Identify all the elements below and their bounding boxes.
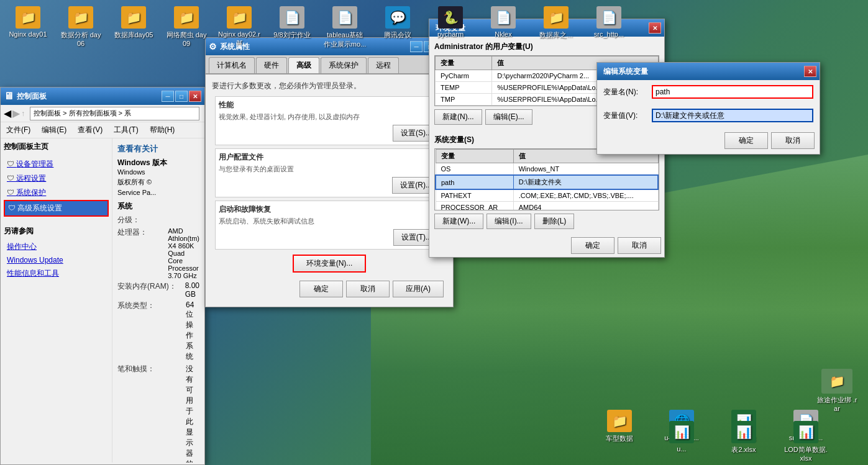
edit-var-cancel-btn[interactable]: 取消 bbox=[771, 132, 815, 149]
edit-system-variable-window: 编辑系统变量 ✕ 变量名(N): 变量值(V): 确定 取消 bbox=[596, 62, 820, 155]
sidebar-item-action-center[interactable]: 操作中心 bbox=[4, 240, 109, 254]
menu-tools[interactable]: 工具(T) bbox=[111, 124, 140, 137]
system-properties-window: ⚙ 系统属性 ─ □ ✕ 计算机名 硬件 高级 系统保护 远程 要进行大多数更改… bbox=[205, 37, 454, 307]
file-icon: 📄 bbox=[596, 6, 621, 29]
tab-hardware[interactable]: 硬件 bbox=[256, 57, 287, 73]
spec-row-ram: 安装内存(RAM)： 8.00 GB bbox=[117, 281, 199, 299]
desktop-icon-db[interactable]: 📁 数据库之... bbox=[531, 3, 581, 52]
sys-props-btn-row: 确定 取消 应用(A) bbox=[212, 278, 447, 300]
sys-vars-btn-row: 新建(W)... 编辑(I)... 删除(L) bbox=[434, 214, 659, 229]
sidebar-item-device-manager[interactable]: 🛡 设备管理器 bbox=[4, 157, 109, 171]
sys-var-processor[interactable]: PROCESSOR_AR AMD64 bbox=[436, 202, 658, 211]
desktop-icon-pycharm[interactable]: 🐍 pycharm bbox=[426, 3, 475, 52]
performance-desc: 视觉效果, 处理器计划, 内存使用, 以及虚拟内存 bbox=[219, 112, 440, 122]
folder-icon: 📁 bbox=[544, 6, 569, 29]
sidebar-item-remote[interactable]: 🛡 远程设置 bbox=[4, 171, 109, 186]
copyright: 版权所有 © bbox=[117, 178, 199, 187]
var-value-row: 变量值(V): bbox=[597, 104, 820, 127]
up-button[interactable]: ↑ bbox=[21, 109, 25, 118]
address-bar[interactable]: 控制面板 > 所有控制面板项 > 系 bbox=[30, 107, 199, 120]
user-profiles-desc: 与您登录有关的桌面设置 bbox=[219, 165, 440, 174]
menu-view[interactable]: 查看(V) bbox=[75, 124, 105, 137]
file-icon: 📄 bbox=[491, 6, 516, 29]
close-button[interactable]: ✕ bbox=[189, 91, 201, 102]
folder-icon: 📁 bbox=[16, 6, 40, 29]
sys-vars-table-wrapper: 变量 值 OS Windows_NT path D:\新建文件夹 bbox=[434, 148, 659, 210]
excel-icon: 📊 bbox=[669, 421, 694, 443]
folder-icon: 📁 bbox=[68, 6, 93, 29]
folder-icon: 📁 bbox=[227, 6, 252, 29]
tab-remote[interactable]: 远程 bbox=[368, 57, 399, 73]
forward-button[interactable]: ▶ bbox=[12, 107, 20, 119]
minimize-button[interactable]: ─ bbox=[162, 91, 174, 102]
menu-bar: 文件(F) 编辑(E) 查看(V) 工具(T) 帮助(H) bbox=[1, 122, 204, 138]
env-vars-ok-btn[interactable]: 确定 bbox=[571, 237, 614, 254]
address-text: 控制面板 > 所有控制面板项 > 系 bbox=[34, 109, 131, 118]
performance-section: 性能 视觉效果, 处理器计划, 内存使用, 以及虚拟内存 设置(S)... bbox=[215, 96, 444, 145]
var-value-input[interactable] bbox=[652, 109, 813, 122]
sys-vars-new-btn[interactable]: 新建(W)... bbox=[434, 214, 483, 229]
desktop-icon-nginx-day02[interactable]: 📁 Nginx day02.rar bbox=[214, 3, 264, 52]
tab-advanced[interactable]: 高级 bbox=[288, 57, 319, 73]
desktop-icon-excel2[interactable]: 📊 表2.xlsx bbox=[719, 418, 769, 465]
sidebar-item-windows-update[interactable]: Windows Update bbox=[4, 254, 109, 266]
desktop-icon-data-analysis[interactable]: 📁 数据分析 day06 bbox=[56, 3, 106, 52]
col-var-name: 变量 bbox=[436, 56, 492, 70]
sys-props-apply-btn[interactable]: 应用(A) bbox=[393, 281, 444, 297]
sys-vars-edit-btn[interactable]: 编辑(I)... bbox=[487, 214, 531, 229]
var-name-input[interactable] bbox=[652, 85, 813, 99]
service-pack: Service Pa... bbox=[117, 189, 199, 196]
tab-computer-name[interactable]: 计算机名 bbox=[209, 57, 255, 73]
performance-header: 性能 bbox=[219, 100, 440, 111]
desktop-icons-row: 📁 Nginx day01 📁 数据分析 day06 📁 数据库day05 📁 … bbox=[0, 0, 868, 55]
desktop-icon-tableau[interactable]: 📄 tableau基础 作业展示mo... bbox=[320, 3, 370, 52]
desktop-icon-src[interactable]: 📄 src_http... bbox=[584, 3, 634, 52]
sidebar-item-advanced[interactable]: 🛡 高级系统设置 bbox=[4, 200, 109, 217]
desktop-icon-nklex[interactable]: 📄 Nklex bbox=[478, 3, 528, 52]
desktop-icon-nginx-day01[interactable]: 📁 Nginx day01 bbox=[3, 3, 53, 52]
desktop-icon-crawler-day09[interactable]: 📁 网络爬虫 day09 bbox=[162, 3, 211, 52]
user-vars-edit-btn[interactable]: 编辑(E)... bbox=[485, 109, 532, 125]
desktop-icon-tencent[interactable]: 💬 腾讯会议 bbox=[373, 3, 423, 52]
user-vars-new-btn[interactable]: 新建(N)... bbox=[434, 109, 482, 125]
edit-var-ok-btn[interactable]: 确定 bbox=[724, 132, 768, 149]
user-profiles-section: 用户配置文件 与您登录有关的桌面设置 设置(R)... bbox=[215, 148, 444, 197]
menu-help[interactable]: 帮助(H) bbox=[147, 124, 178, 137]
sys-vars-delete-btn[interactable]: 删除(L) bbox=[534, 214, 575, 229]
file-icon: 📄 bbox=[332, 6, 357, 29]
sidebar-item-performance[interactable]: 性能信息和工具 bbox=[4, 266, 109, 281]
desktop-icon-db-day05[interactable]: 📁 数据库day05 bbox=[109, 3, 158, 52]
maximize-button[interactable]: □ bbox=[175, 91, 188, 102]
env-vars-btn-row: 确定 取消 bbox=[429, 234, 664, 257]
cp-content: 控制面板主页 🛡 设备管理器 🛡 远程设置 🛡 系统保护 🛡 高级系统设置 另请… bbox=[1, 138, 204, 463]
sys-props-ok-btn[interactable]: 确定 bbox=[299, 281, 343, 297]
sys-props-cancel-btn[interactable]: 取消 bbox=[346, 281, 390, 297]
cp-sidebar: 控制面板主页 🛡 设备管理器 🛡 远程设置 🛡 系统保护 🛡 高级系统设置 另请… bbox=[1, 138, 112, 463]
desktop-icon-lod[interactable]: 📊 LOD简单数据.xlsx bbox=[781, 418, 831, 465]
tab-system-protection[interactable]: 系统保护 bbox=[321, 57, 367, 73]
control-panel-titlebar: 🖥 控制面板 ─ □ ✕ bbox=[1, 88, 204, 105]
desktop-icon-car-type[interactable]: 📁 车型数据 bbox=[595, 407, 644, 446]
nav-bar: ◀ ▶ ↑ 控制面板 > 所有控制面板项 > 系 bbox=[1, 105, 204, 122]
menu-edit[interactable]: 编辑(E) bbox=[39, 124, 69, 137]
sys-var-path[interactable]: path D:\新建文件夹 bbox=[436, 175, 658, 189]
desktop-icon-homework[interactable]: 📄 9/8刘宁作业 bbox=[267, 3, 317, 52]
sidebar-item-system-protection[interactable]: 🛡 系统保护 bbox=[4, 186, 109, 200]
also-see-section: 另请参阅 操作中心 Windows Update 性能信息和工具 bbox=[4, 226, 109, 281]
spec-row-os-type: 系统类型： 64 位操作系统 bbox=[117, 300, 199, 362]
file-icon: 📄 bbox=[280, 6, 304, 29]
windows-version-label: Windows 版本 bbox=[117, 158, 199, 168]
folder-icon: 📁 bbox=[607, 410, 632, 432]
menu-file[interactable]: 文件(F) bbox=[4, 124, 33, 137]
edit-var-titlebar: 编辑系统变量 ✕ bbox=[597, 63, 820, 80]
sys-var-pathext[interactable]: PATHEXT .COM;.EXE;.BAT;.CMD;.VBS;.VBE;..… bbox=[436, 189, 658, 202]
var-name-label: 变量名(N): bbox=[603, 87, 647, 97]
excel-icon: 📊 bbox=[731, 421, 756, 443]
back-button[interactable]: ◀ bbox=[4, 107, 11, 119]
env-variables-button[interactable]: 环境变量(N)... bbox=[293, 255, 367, 273]
sys-props-content: 要进行大多数更改，您必须作为管理员登录。 性能 视觉效果, 处理器计划, 内存使… bbox=[206, 74, 453, 307]
sys-var-os[interactable]: OS Windows_NT bbox=[436, 163, 658, 176]
edit-var-close[interactable]: ✕ bbox=[804, 66, 816, 77]
env-vars-cancel-btn[interactable]: 取消 bbox=[618, 237, 661, 254]
desktop-icon-u-prefix[interactable]: 📊 u... bbox=[657, 418, 706, 465]
